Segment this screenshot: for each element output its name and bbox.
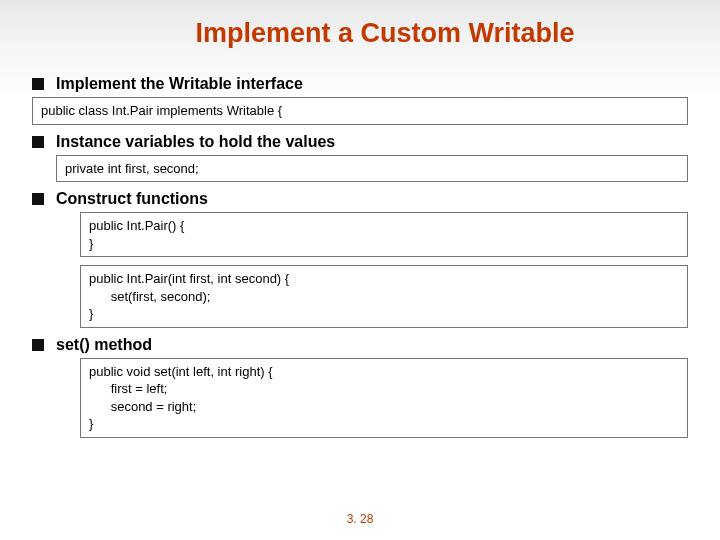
- item-label: Implement the Writable interface: [56, 75, 303, 93]
- slide-number: 3. 28: [0, 512, 720, 526]
- item-head: Instance variables to hold the values: [32, 133, 688, 151]
- code-box: public class Int.Pair implements Writabl…: [32, 97, 688, 125]
- square-bullet-icon: [32, 339, 44, 351]
- code-box: private int first, second;: [56, 155, 688, 183]
- item-3: set() method public void set(int left, i…: [32, 336, 688, 438]
- item-0: Implement the Writable interface public …: [32, 75, 688, 125]
- item-label: set() method: [56, 336, 152, 354]
- item-1: Instance variables to hold the values pr…: [32, 133, 688, 183]
- item-head: set() method: [32, 336, 688, 354]
- code-box: public Int.Pair(int first, int second) {…: [80, 265, 688, 328]
- slide: Implement a Custom Writable Implement th…: [0, 0, 720, 540]
- code-box: public void set(int left, int right) { f…: [80, 358, 688, 438]
- item-label: Instance variables to hold the values: [56, 133, 335, 151]
- page-title: Implement a Custom Writable: [82, 18, 688, 49]
- item-2: Construct functions public Int.Pair() { …: [32, 190, 688, 328]
- code-box: public Int.Pair() { }: [80, 212, 688, 257]
- item-head: Implement the Writable interface: [32, 75, 688, 93]
- square-bullet-icon: [32, 193, 44, 205]
- item-label: Construct functions: [56, 190, 208, 208]
- square-bullet-icon: [32, 136, 44, 148]
- item-head: Construct functions: [32, 190, 688, 208]
- square-bullet-icon: [32, 78, 44, 90]
